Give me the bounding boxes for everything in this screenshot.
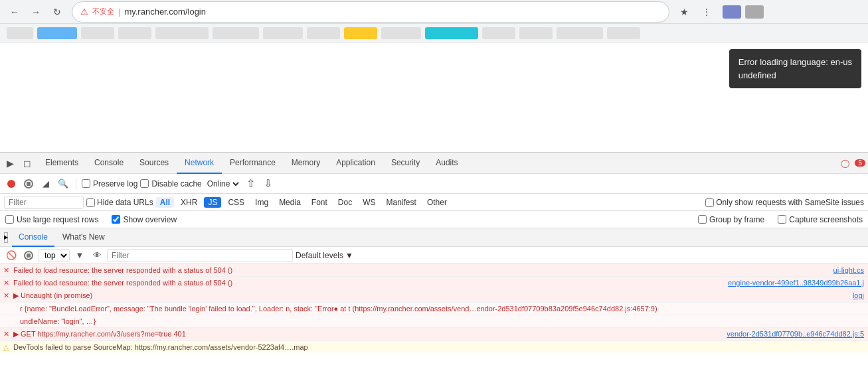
- clear-inner: [27, 182, 31, 186]
- record-dot: [7, 180, 15, 188]
- bookmark-placeholder-5: [155, 27, 209, 39]
- filter-ws-button[interactable]: WS: [359, 197, 379, 208]
- tab-memory[interactable]: Memory: [284, 153, 328, 174]
- clear-button[interactable]: [21, 177, 36, 191]
- bookmark-placeholder-11: [425, 27, 478, 39]
- record-button[interactable]: [4, 177, 19, 191]
- show-overview-checkbox[interactable]: [112, 215, 120, 224]
- capture-screenshots-text: Capture screenshots: [789, 215, 863, 224]
- clear-icon: [24, 179, 33, 188]
- bookmark-placeholder-1: [7, 27, 33, 39]
- console-tabs: ▶ Console What's New: [0, 228, 868, 247]
- large-rows-label: Use large request rows: [5, 215, 98, 224]
- reload-button[interactable]: ↻: [48, 3, 66, 21]
- same-site-label: Only show requests with SameSite issues: [705, 198, 864, 207]
- default-levels-text: Default levels: [296, 251, 343, 260]
- error-tooltip-line1: Error loading language: en-us: [738, 56, 852, 69]
- log-source-2[interactable]: engine-vendor-499ef1..98349d99b26aa1.j: [721, 279, 864, 287]
- console-expand-icon[interactable]: ▶: [4, 232, 8, 243]
- error-icon-3: ✕: [3, 291, 9, 300]
- bookmark-placeholder-7: [263, 27, 303, 39]
- error-badge: 5: [855, 159, 865, 167]
- console-stop-inner: [27, 254, 31, 258]
- throttle-select[interactable]: Online: [205, 179, 241, 189]
- tab-audits[interactable]: Audits: [428, 153, 466, 174]
- log-text-2: Failed to load resource: the server resp…: [13, 279, 721, 287]
- log-area: ✕ Failed to load resource: the server re…: [0, 264, 868, 352]
- toolbar-separator-1: [76, 178, 76, 190]
- filter-css-button[interactable]: CSS: [224, 197, 248, 208]
- disable-cache-checkbox[interactable]: [140, 179, 149, 188]
- preserve-log-checkbox[interactable]: [82, 179, 90, 188]
- capture-screenshots-checkbox[interactable]: [778, 215, 786, 224]
- whats-new-tab-label: What's New: [62, 232, 105, 242]
- console-tab-whatsnew[interactable]: What's New: [56, 228, 112, 247]
- forward-button[interactable]: →: [27, 3, 45, 21]
- filter-input[interactable]: [4, 196, 84, 209]
- console-filter-input[interactable]: [107, 249, 293, 262]
- upload-har-button[interactable]: ⇧: [244, 177, 258, 191]
- tab-security[interactable]: Security: [383, 153, 428, 174]
- bookmark-button[interactable]: ★: [675, 3, 693, 21]
- security-warning-text: 不安全: [92, 7, 114, 17]
- options-right: Group by frame Capture screenshots: [698, 215, 863, 224]
- tab-console[interactable]: Console: [86, 153, 131, 174]
- tab-performance[interactable]: Performance: [222, 153, 284, 174]
- log-source-3[interactable]: logi: [846, 291, 864, 299]
- default-levels-dropdown[interactable]: Default levels ▼: [296, 251, 353, 260]
- same-site-text: Only show requests with SameSite issues: [716, 198, 864, 207]
- filter-media-button[interactable]: Media: [275, 197, 305, 208]
- filter-img-button[interactable]: Img: [251, 197, 272, 208]
- bookmark-placeholder-9: [344, 27, 377, 39]
- console-context-dropdown[interactable]: ▼: [72, 248, 87, 263]
- devtools-mobile-icon[interactable]: ◻: [20, 156, 35, 171]
- capture-screenshots-label: Capture screenshots: [778, 215, 863, 224]
- search-button[interactable]: 🔍: [56, 177, 70, 191]
- filter-manifest-button[interactable]: Manifest: [383, 197, 420, 208]
- back-button[interactable]: ←: [5, 3, 24, 21]
- hide-data-urls-label: Hide data URLs: [86, 198, 153, 207]
- log-source-1[interactable]: ui-light.cs: [827, 266, 864, 274]
- address-bar[interactable]: ⚠ 不安全 | my.rancher.com/login: [72, 1, 669, 23]
- filter-toggle-button[interactable]: ◢: [39, 177, 53, 191]
- disable-cache-label: Disable cache: [140, 179, 201, 188]
- same-site-checkbox[interactable]: [705, 198, 714, 207]
- log-text-3: ▶ Uncaught (in promise): [13, 291, 846, 300]
- filter-xhr-button[interactable]: XHR: [177, 197, 201, 208]
- log-entry: ✕ Failed to load resource: the server re…: [0, 264, 868, 277]
- url-separator: |: [118, 7, 120, 17]
- bookmark-placeholder-6: [213, 27, 259, 39]
- filter-other-button[interactable]: Other: [423, 197, 451, 208]
- log-source-6[interactable]: vendor-2d531df07709b..e946c74dd82.js:5: [720, 330, 864, 338]
- console-tab-label: Console: [19, 232, 48, 242]
- log-entry: ✕ ▶ GET https://my.rancher.com/v3/users?…: [0, 328, 868, 341]
- console-stop-button[interactable]: [21, 248, 36, 263]
- filter-row: Hide data URLs All XHR JS CSS Img Media …: [0, 194, 868, 211]
- tab-application[interactable]: Application: [328, 153, 383, 174]
- filter-font-button[interactable]: Font: [307, 197, 331, 208]
- preserve-log-label: Preserve log: [82, 179, 137, 188]
- filter-js-button[interactable]: JS: [204, 197, 221, 208]
- default-levels-chevron: ▼: [345, 251, 353, 260]
- filter-doc-button[interactable]: Doc: [334, 197, 356, 208]
- group-by-frame-checkbox[interactable]: [698, 215, 707, 224]
- menu-button[interactable]: ⋮: [697, 3, 716, 21]
- tab-network[interactable]: Network: [177, 153, 222, 174]
- tab-elements[interactable]: Elements: [37, 153, 86, 174]
- console-context-select[interactable]: top: [39, 249, 70, 262]
- devtools-inspect-icon[interactable]: ▶: [3, 156, 17, 171]
- error-icon-2: ✕: [3, 279, 9, 287]
- download-har-button[interactable]: ⇩: [261, 177, 276, 191]
- search-icon: 🔍: [58, 179, 68, 188]
- filter-all-button[interactable]: All: [156, 197, 174, 208]
- security-warning-icon: ⚠: [80, 7, 88, 17]
- show-overview-label: Show overview: [112, 215, 177, 224]
- console-visibility-button[interactable]: 👁: [90, 248, 104, 263]
- devtools-panel: ▶ ◻ Elements Console Sources Network Per…: [0, 152, 868, 352]
- console-stop-icon: [24, 251, 33, 260]
- tab-sources[interactable]: Sources: [131, 153, 177, 174]
- hide-data-urls-checkbox[interactable]: [86, 198, 95, 207]
- large-rows-checkbox[interactable]: [5, 215, 14, 224]
- console-clear-button[interactable]: 🚫: [4, 248, 19, 263]
- console-tab-console[interactable]: Console: [12, 228, 54, 247]
